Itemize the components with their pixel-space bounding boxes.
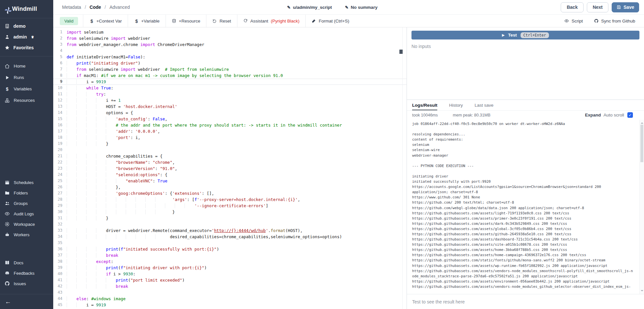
assistant-button[interactable]: Assistant (Pyright Black): [237, 15, 306, 27]
code-line[interactable]: 43: [53, 289, 407, 296]
tab-metadata[interactable]: Metadata: [62, 5, 81, 10]
code-line[interactable]: 34 desired_capabilities=chrome_capabilit…: [53, 234, 407, 240]
code-line[interactable]: 37 break: [53, 252, 407, 258]
tab-last-save[interactable]: Last save: [475, 100, 493, 110]
scrollbar-thumb[interactable]: [640, 125, 643, 162]
tab-advanced[interactable]: Advanced: [109, 5, 130, 10]
code-line[interactable]: 25 "enableVNC": True: [53, 178, 407, 184]
sidebar-item-workspace[interactable]: Workspace: [5, 219, 49, 229]
back-button[interactable]: Back: [561, 2, 583, 12]
code-line[interactable]: 10 while True:: [53, 85, 407, 91]
sidebar-item-audit-logs[interactable]: Audit Logs: [5, 209, 49, 219]
collapse-sidebar-button[interactable]: ←: [5, 298, 11, 305]
code-line[interactable]: 31 }: [53, 215, 407, 221]
sidebar-item-feedbacks[interactable]: Feedbacks: [5, 268, 49, 278]
code-line[interactable]: 22 "browserName": "chrome",: [53, 159, 407, 165]
code-line[interactable]: 19 }: [53, 141, 407, 147]
workspace-selector[interactable]: demo: [5, 23, 49, 29]
sidebar-item-runs[interactable]: Runs: [5, 72, 49, 83]
sidebar-item-home[interactable]: Home: [5, 60, 49, 72]
logo[interactable]: Windmill: [0, 0, 53, 18]
code-line[interactable]: 8 if macM1: #if we are on mac m1 -> cust…: [53, 72, 407, 79]
autoscroll-checkbox[interactable]: ✓: [627, 112, 633, 118]
code-line[interactable]: 36 print(f"initiated successfully with p…: [53, 246, 407, 252]
sidebar-item-issues[interactable]: Issues: [5, 278, 49, 289]
test-button[interactable]: ▶ Test Ctrl+Enter: [411, 31, 639, 39]
-resource-button[interactable]: +Resource: [166, 15, 206, 27]
code-line[interactable]: 44 else: #windows image: [53, 296, 407, 302]
sidebar-item-schedules[interactable]: Schedules: [5, 177, 49, 188]
sidebar-item-resources[interactable]: Resources: [5, 95, 49, 106]
code-line[interactable]: 23 "browserVersion": "91.0",: [53, 165, 407, 172]
code-line[interactable]: 28 'args': [f'--proxy-server=host.docker…: [53, 196, 407, 203]
code-line[interactable]: 32: [53, 221, 407, 227]
code-line[interactable]: 24 "selenoid:options": {: [53, 172, 407, 178]
code-line[interactable]: 39 print(f"initiating driver with port:{…: [53, 265, 407, 271]
code-line[interactable]: 38 except:: [53, 258, 407, 265]
-variable-button[interactable]: $+Variable: [128, 15, 165, 27]
code-line[interactable]: 42 break: [53, 283, 407, 289]
sidebar-item-favorites[interactable]: Favorites: [5, 45, 49, 50]
code-line[interactable]: 16 # the addr and the port where the pro…: [53, 122, 407, 128]
code-text: "browserVersion": "91.0",: [62, 165, 177, 172]
reset-button[interactable]: Reset: [206, 15, 237, 27]
code-editor[interactable]: 1import selenium2from seleniumwire impor…: [53, 27, 407, 309]
editor-scrollbar[interactable]: [402, 27, 407, 309]
code-line[interactable]: 4: [53, 48, 407, 54]
code-line[interactable]: 12 i += 1: [53, 97, 407, 103]
line-number: 30: [53, 209, 62, 215]
log-scrollbar[interactable]: [639, 120, 644, 294]
code-line[interactable]: 3from webdriver_manager.chrome import Ch…: [53, 41, 407, 48]
code-line[interactable]: 5def initiateDriver(macM1=False):: [53, 54, 407, 60]
code-line[interactable]: 33 driver = webdriver.Remote(command_exe…: [53, 227, 407, 234]
line-number: 2: [53, 35, 62, 41]
code-line[interactable]: 21 chrome_capabilities = {: [53, 153, 407, 159]
script-path[interactable]: ✎ u/admin/my_script: [287, 5, 332, 10]
sync-from-github-button[interactable]: Sync from Github: [588, 15, 641, 27]
code-line[interactable]: 30 }: [53, 209, 407, 215]
sidebar-item-folders[interactable]: Folders: [5, 188, 49, 198]
code-line[interactable]: 26 },: [53, 184, 407, 190]
scroll-down-icon[interactable]: [641, 290, 643, 293]
code-line[interactable]: 17 'addr': '0.0.0.0',: [53, 128, 407, 134]
boxes-icon: [5, 98, 10, 103]
next-button[interactable]: Next: [587, 2, 608, 12]
user-menu[interactable]: admin ♛: [5, 34, 49, 39]
expand-logs-button[interactable]: Expand: [585, 113, 601, 117]
-context-var-button[interactable]: $+Context Var: [83, 15, 128, 27]
code-line[interactable]: 2from seleniumwire import webdriver: [53, 35, 407, 41]
code-line[interactable]: 14 options = {: [53, 110, 407, 116]
code-line[interactable]: 1import selenium: [53, 29, 407, 35]
code-line[interactable]: 6 print("initiating driver"): [53, 60, 407, 66]
format-ctrl-s--button[interactable]: Format (Ctrl+S): [305, 15, 355, 27]
script-preview-button[interactable]: Script: [559, 15, 588, 27]
code-line[interactable]: 40 if i > 9930:: [53, 271, 407, 277]
code-line[interactable]: 41 print("port limit exceeded"): [53, 277, 407, 283]
code-line[interactable]: 27 'goog:chromeOptions': {'extensions': …: [53, 190, 407, 196]
code-line[interactable]: 35: [53, 240, 407, 246]
code-line[interactable]: 15 'auto_config': False,: [53, 116, 407, 122]
code-line[interactable]: 13 HOST = 'host.docker.internal': [53, 103, 407, 110]
code-line[interactable]: 11 try:: [53, 91, 407, 97]
sidebar-item-workers[interactable]: Workers: [5, 229, 49, 240]
code-line[interactable]: 45 i = 9919: [53, 302, 407, 308]
sidebar-item-variables[interactable]: $Variables: [5, 83, 49, 95]
code-line[interactable]: 18 'port': i,: [53, 134, 407, 141]
edit-path-icon: ✎: [287, 5, 291, 10]
run-duration: took 10046ms: [412, 113, 438, 117]
code-line[interactable]: 9 i = 9919: [53, 79, 407, 85]
scroll-up-icon[interactable]: [641, 121, 643, 124]
script-summary[interactable]: ✎ No summary: [345, 5, 378, 10]
code-line[interactable]: 20: [53, 147, 407, 153]
code-line[interactable]: 7 from seleniumwire import webdriver # I…: [53, 66, 407, 72]
code-line[interactable]: 29 '--ignore-certificate-errors']: [53, 203, 407, 209]
nav-label: Folders: [14, 191, 28, 195]
log-output[interactable]: job 01864aff-22dd-cf40-f0c5-0ec8e9b50c70…: [407, 119, 644, 294]
tab-history[interactable]: History: [449, 100, 463, 110]
tab-logs-result[interactable]: Logs/Result: [412, 100, 437, 110]
save-button[interactable]: Save: [612, 2, 639, 12]
sidebar-item-groups[interactable]: Groups: [5, 198, 49, 209]
sidebar-item-docs[interactable]: Docs: [5, 257, 49, 268]
tab-code[interactable]: Code: [89, 5, 101, 10]
code-text: [62, 240, 67, 246]
